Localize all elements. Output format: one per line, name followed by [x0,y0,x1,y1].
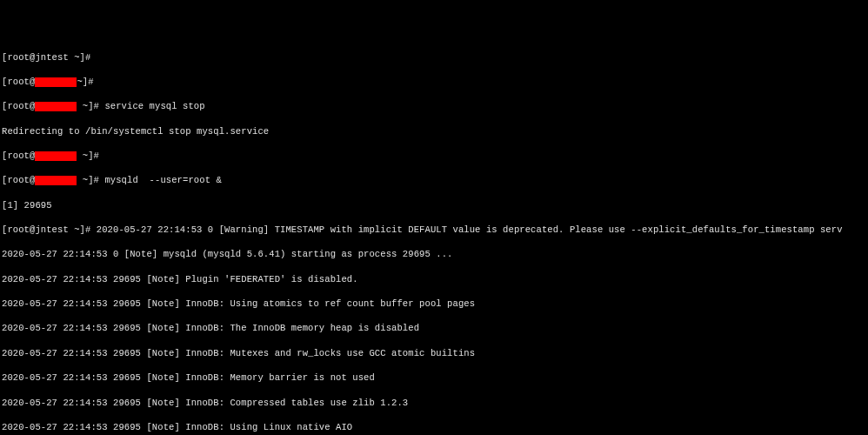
redacted-hostname [35,77,77,87]
terminal-line: [root@ ~]# mysqld --user=root & [2,174,866,186]
terminal-line: Redirecting to /bin/systemctl stop mysql… [2,125,866,137]
terminal-line: 2020-05-27 22:14:53 0 [Note] mysqld (mys… [2,248,866,260]
terminal-line: 2020-05-27 22:14:53 29695 [Note] InnoDB:… [2,397,866,409]
terminal-line: 2020-05-27 22:14:53 29695 [Note] Plugin … [2,273,866,285]
terminal-line: [root@jntest ~]# 2020-05-27 22:14:53 0 [… [2,224,866,236]
terminal-line: [root@~]# [2,76,866,88]
redacted-hostname [35,151,77,161]
terminal-line: 2020-05-27 22:14:53 29695 [Note] InnoDB:… [2,421,866,433]
terminal-line: 2020-05-27 22:14:53 29695 [Note] InnoDB:… [2,298,866,310]
redacted-hostname [35,176,77,185]
terminal-line: 2020-05-27 22:14:53 29695 [Note] InnoDB:… [2,347,866,359]
terminal-line: [root@jntest ~]# [2,51,866,64]
terminal-line: [root@ ~]# [2,150,866,162]
terminal-line: 2020-05-27 22:14:53 29695 [Note] InnoDB:… [2,322,866,334]
terminal-line: 2020-05-27 22:14:53 29695 [Note] InnoDB:… [2,371,866,384]
terminal-line: [1] 29695 [2,199,866,211]
redacted-hostname [35,102,77,111]
terminal-line: [root@ ~]# service mysql stop [2,100,866,112]
